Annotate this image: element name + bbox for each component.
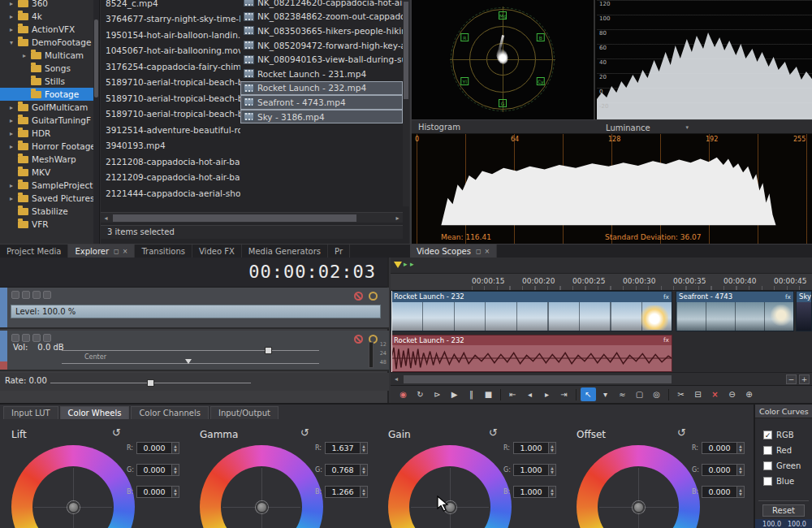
trim-button[interactable]: ⊟ [690, 387, 706, 401]
folder-tree-item[interactable]: MKV [0, 166, 99, 179]
value-spinner[interactable]: ▲▼ [737, 486, 745, 498]
pin-icon[interactable]: ◻ [476, 248, 482, 255]
track-button[interactable] [22, 291, 30, 299]
color-wheel[interactable] [388, 445, 512, 528]
track-button[interactable] [11, 291, 19, 299]
file-row[interactable]: 3176254-cappadocia-fairy-chim... [101, 58, 240, 75]
rate-slider[interactable] [50, 383, 251, 383]
dock-tab[interactable]: Media Generators ◻ × [242, 245, 328, 258]
tree-expand-icon[interactable] [10, 117, 18, 124]
checkbox[interactable] [763, 431, 772, 439]
green-value-field[interactable]: 0.000 [702, 464, 737, 476]
normal-edit-tool-button[interactable]: ↖ [581, 387, 596, 401]
loop-playback-button[interactable]: ↻ [412, 387, 428, 401]
green-value-field[interactable]: 1.000 [513, 464, 549, 476]
folder-tree-item[interactable]: ActionVFX [0, 23, 99, 36]
video-level-slider[interactable]: Level: 100.0 % [11, 305, 381, 318]
dock-tab[interactable]: Explorer ◻ × [68, 245, 135, 258]
folder-tree-item[interactable]: MeshWarp [0, 153, 99, 166]
tree-expand-icon[interactable] [10, 104, 18, 111]
reset-button[interactable]: Reset [762, 504, 805, 517]
track-color-strip[interactable] [0, 288, 7, 327]
scrollbar-thumb[interactable] [404, 375, 672, 383]
folder-tree-item[interactable]: Multicam [0, 49, 99, 62]
wheel-reset-icon[interactable]: ↺ [489, 426, 498, 439]
wheel-reset-icon[interactable]: ↺ [677, 426, 686, 439]
file-list-horizontal-scrollbar[interactable]: ◂ ▸ [101, 212, 403, 223]
loop-region-icon[interactable]: ▸ [404, 260, 408, 268]
color-wheel[interactable] [200, 445, 323, 528]
folder-tree-item[interactable]: Footage [0, 88, 99, 101]
folder-tree-item[interactable]: Stills [0, 75, 99, 88]
file-row[interactable]: 3764677-starry-night-sky-time-l... [101, 11, 240, 28]
red-value-field[interactable]: 0.000 [136, 442, 172, 454]
track-color-strip[interactable] [0, 331, 7, 370]
folder-tree-item[interactable]: SampleProject [0, 179, 99, 192]
tree-expand-icon[interactable] [10, 195, 18, 202]
video-clip[interactable]: Sky - [796, 291, 812, 331]
file-row[interactable]: 5189710-aerial-tropical-beach-b... [101, 75, 240, 91]
track-button[interactable] [22, 334, 30, 342]
folder-tree-item[interactable]: Saved Pictures [0, 192, 99, 205]
scroll-left-icon[interactable]: ◂ [101, 214, 111, 222]
event-fx-icon[interactable]: fx [663, 335, 669, 345]
value-spinner[interactable]: ▲▼ [172, 442, 179, 454]
folder-tree-item[interactable]: Horror Footage [0, 140, 99, 153]
blue-value-field[interactable]: 0.000 [136, 486, 172, 498]
file-row[interactable]: 1950154-hot-air-balloon-landin... [101, 27, 240, 43]
scrollbar-thumb[interactable] [404, 2, 408, 99]
dock-tab-video-scopes[interactable]: Video Scopes ◻ × [410, 245, 497, 258]
track-button[interactable] [32, 291, 41, 299]
track-button[interactable] [11, 334, 19, 342]
timecode-display[interactable]: 00:00:02:03 [248, 262, 376, 282]
video-clip[interactable]: Rocket Launch - 232fx [391, 291, 672, 331]
folder-tree-item[interactable]: HDR [0, 127, 99, 140]
red-value-field[interactable]: 0.000 [702, 442, 737, 454]
folder-tree-item[interactable]: Songs [0, 62, 99, 75]
playhead-cursor[interactable] [391, 291, 392, 372]
zoom-in-button[interactable]: ⊕ [741, 387, 757, 401]
close-icon[interactable]: × [123, 248, 128, 255]
wheel-knob[interactable] [256, 501, 268, 513]
folder-tree-item[interactable]: 4k [0, 10, 99, 23]
folder-tree-item[interactable]: 360 [0, 0, 99, 10]
go-to-end-button[interactable]: ⇥ [556, 387, 572, 401]
tree-expand-icon[interactable] [10, 182, 18, 189]
value-spinner[interactable]: ▲▼ [737, 464, 745, 476]
file-row[interactable]: Sky - 3186.mp4 [240, 110, 403, 124]
track-button[interactable] [32, 334, 41, 342]
dock-tab[interactable]: Video FX ◻ × [192, 245, 242, 258]
folder-tree-item[interactable]: Stabilize [0, 205, 99, 218]
channel-checkbox-row[interactable]: Blue [755, 474, 812, 489]
volume-slider-handle[interactable] [265, 347, 272, 354]
file-row[interactable]: NK_085209472-forward-high-key-aeria... [240, 38, 403, 53]
value-spinner[interactable]: ▲▼ [549, 464, 556, 476]
value-spinner[interactable]: ▲▼ [361, 486, 368, 498]
event-fx-icon[interactable]: fx [785, 292, 791, 302]
folder-tree-item[interactable]: DemoFootage [0, 36, 99, 49]
volume-slider[interactable] [62, 350, 319, 351]
file-row[interactable]: 1045067-hot-air-ballooning.mov [101, 43, 240, 59]
channel-dropdown[interactable]: Luminance ▾ [603, 122, 692, 133]
audio-clip[interactable]: Rocket Launch - 232fx [391, 335, 672, 372]
green-value-field[interactable]: 0.768 [325, 464, 361, 476]
tree-expand-icon[interactable] [10, 0, 18, 7]
file-row[interactable]: Rocket Launch - 232.mp4 [240, 81, 403, 96]
solo-icon[interactable] [369, 292, 378, 301]
wheel-knob[interactable] [633, 501, 645, 513]
blue-value-field[interactable]: 1.000 [513, 486, 549, 498]
color-curves-tab[interactable]: Color Curves [755, 405, 812, 418]
zoom-out-icon[interactable]: − [786, 374, 797, 384]
file-row[interactable]: 2121209-cappadocia-hot-air-bal... [101, 170, 240, 186]
channel-checkbox-row[interactable]: Red [755, 443, 812, 458]
stop-button[interactable]: ■ [481, 387, 496, 401]
play-button[interactable]: ▶ [447, 387, 462, 401]
marker-icon[interactable] [394, 262, 402, 268]
folder-tree-item[interactable]: GolfMulticam [0, 101, 99, 114]
tree-expand-icon[interactable] [23, 52, 31, 59]
split-button[interactable]: ✂ [673, 387, 689, 401]
blue-value-field[interactable]: 0.000 [702, 486, 737, 498]
file-row[interactable]: 2121208-cappadocia-hot-air-bal... [101, 154, 240, 170]
tree-expand-icon[interactable] [10, 39, 18, 46]
marker-bar[interactable]: ▸ ▸ [391, 258, 812, 274]
